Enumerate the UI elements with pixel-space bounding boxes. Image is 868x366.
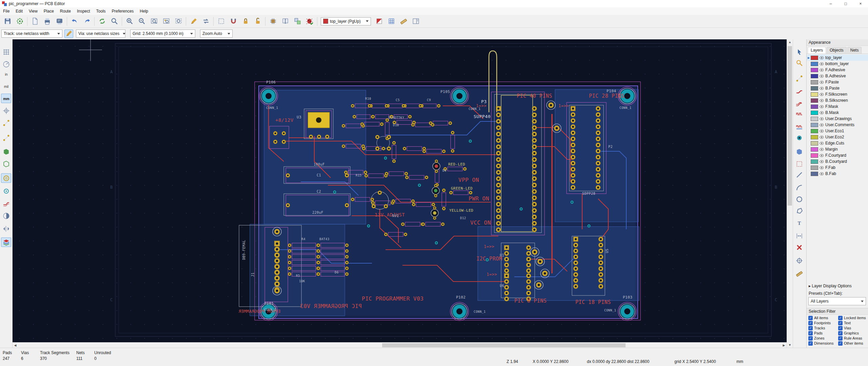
local-ratsnest-tool[interactable] (794, 74, 804, 83)
filter-text[interactable]: ✓Text (838, 321, 868, 325)
layer-row-F.Adhesive[interactable]: F.Adhesive (807, 67, 868, 73)
layer-color-swatch[interactable] (811, 117, 818, 121)
scroll-left-arrow[interactable]: ◀ (13, 343, 17, 348)
title-bar[interactable]: pic_programmer — PCB Editor – □ × (0, 0, 868, 8)
print-button[interactable] (41, 16, 53, 27)
undo-button[interactable] (69, 16, 80, 27)
layer-row-B.Adhesive[interactable]: B.Adhesive (807, 73, 868, 79)
visibility-eye-icon[interactable] (820, 56, 824, 60)
route-diff-pair-tool[interactable] (794, 98, 804, 108)
filter-tracks[interactable]: ✓Tracks (808, 326, 838, 330)
layer-color-swatch[interactable] (811, 153, 818, 158)
draw-arc-tool[interactable] (794, 183, 804, 192)
ratsnest-toggle[interactable] (1, 118, 11, 128)
zone-fill-mode[interactable] (1, 147, 11, 156)
filter-zones[interactable]: ✓Zones (808, 336, 838, 340)
route-tracks-tool[interactable] (794, 86, 804, 95)
measure-tool[interactable] (794, 269, 804, 278)
board-setup-button[interactable] (14, 16, 25, 27)
track-sketch-mode[interactable] (1, 199, 11, 208)
library-browser-button[interactable] (279, 16, 291, 27)
menu-place[interactable]: Place (41, 7, 57, 15)
menu-help[interactable]: Help (137, 7, 151, 15)
menu-view[interactable]: View (26, 7, 41, 15)
units-mm[interactable]: mm (1, 94, 11, 103)
draw-polygon-tool[interactable] (794, 206, 804, 215)
layer-row-User.Eco1[interactable]: User.Eco1 (807, 128, 868, 134)
layer-row-B.Paste[interactable]: B.Paste (807, 85, 868, 91)
visibility-eye-icon[interactable] (820, 111, 824, 115)
edit-predefined-sizes-button[interactable] (64, 30, 73, 38)
high-contrast-toggle[interactable] (1, 211, 11, 220)
zoom-selection-button[interactable] (173, 16, 184, 27)
unlock-button[interactable] (252, 16, 263, 27)
filter-dimensions[interactable]: ✓Dimensions (808, 341, 838, 345)
zoom-dropdown[interactable]: Zoom Auto (200, 30, 233, 38)
scroll-right-arrow[interactable]: ▶ (782, 343, 786, 348)
plot-button[interactable] (54, 16, 65, 27)
checkbox[interactable]: ✓ (838, 336, 843, 341)
menu-route[interactable]: Route (57, 7, 74, 15)
zone-outline-mode[interactable] (1, 159, 11, 169)
visibility-eye-icon[interactable] (820, 117, 824, 121)
layer-row-top_layer[interactable]: ▶top_layer (807, 55, 868, 61)
layer-row-F.Courtyard[interactable]: F.Courtyard (807, 152, 868, 158)
save-button[interactable] (2, 16, 13, 27)
delete-tool[interactable] (794, 243, 804, 252)
drc-button[interactable] (304, 16, 315, 27)
menu-tools[interactable]: Tools (93, 7, 109, 15)
redo-button[interactable] (81, 16, 93, 27)
presets-dropdown[interactable]: All Layers (808, 297, 866, 305)
scroll-down-arrow[interactable]: ▼ (788, 342, 792, 348)
visibility-eye-icon[interactable] (820, 86, 824, 91)
measure-ruler-button[interactable] (398, 16, 409, 27)
edit-track-button[interactable] (188, 16, 199, 27)
layer-row-B.Fab[interactable]: B.Fab (807, 171, 868, 177)
visibility-eye-icon[interactable] (820, 74, 824, 78)
layer-color-swatch[interactable] (373, 16, 385, 27)
layer-color-swatch[interactable] (811, 98, 818, 103)
swap-layers-button[interactable] (200, 16, 212, 27)
polar-coords-toggle[interactable] (1, 59, 11, 69)
layer-color-swatch[interactable] (811, 104, 818, 109)
layer-color-swatch[interactable] (811, 166, 818, 170)
layer-display-options[interactable]: ▸ Layer Display Options (809, 284, 852, 288)
flip-board-view[interactable] (1, 224, 11, 233)
grid-settings-button[interactable] (386, 16, 397, 27)
via-sketch-mode[interactable] (1, 186, 11, 196)
layer-color-swatch[interactable] (811, 80, 818, 84)
layer-color-swatch[interactable] (811, 147, 818, 152)
layer-color-swatch[interactable] (811, 62, 818, 66)
snap-button[interactable] (228, 16, 239, 27)
layers-manager-toggle[interactable] (1, 237, 11, 247)
menu-preferences[interactable]: Preferences (109, 7, 137, 15)
layer-color-swatch[interactable] (811, 92, 818, 97)
menu-file[interactable]: File (0, 7, 13, 15)
menu-edit[interactable]: Edit (13, 7, 26, 15)
scroll-up-arrow[interactable]: ▲ (788, 39, 792, 45)
tab-objects[interactable]: Objects (827, 47, 847, 54)
filter-pads[interactable]: ✓Pads (808, 331, 838, 335)
pcb-canvas[interactable]: +8/12VPIC 40 PINSPIC 28 PINS1=>>1=>>VPP … (13, 39, 787, 342)
track-width-dropdown[interactable]: Track: use netclass width (1, 30, 62, 38)
layer-select-dropdown[interactable]: top_layer (PgUp) (321, 17, 371, 25)
zoom-fit-button[interactable] (148, 16, 160, 27)
filter-all-items[interactable]: ✓All items (808, 316, 838, 320)
visibility-eye-icon[interactable] (820, 68, 824, 72)
layer-row-F.Silkscreen[interactable]: F.Silkscreen (807, 91, 868, 97)
update-pcb-button[interactable] (292, 16, 303, 27)
tune-track-tool[interactable] (794, 109, 804, 118)
layer-row-Margin[interactable]: Margin (807, 146, 868, 152)
lock-button[interactable] (240, 16, 251, 27)
visibility-eye-icon[interactable] (820, 62, 824, 66)
checkbox[interactable]: ✓ (838, 326, 843, 330)
layer-color-swatch[interactable] (811, 56, 818, 60)
checkbox[interactable]: ✓ (808, 321, 813, 325)
visibility-eye-icon[interactable] (820, 135, 824, 139)
zoom-in-button[interactable] (124, 16, 135, 27)
filter-locked-items[interactable]: ✓Locked items (838, 316, 868, 320)
layer-color-swatch[interactable] (811, 141, 818, 146)
layer-row-Edge.Cuts[interactable]: Edge.Cuts (807, 140, 868, 146)
visibility-eye-icon[interactable] (820, 92, 824, 97)
via-size-dropdown[interactable]: Via: use netclass sizes (76, 30, 125, 38)
